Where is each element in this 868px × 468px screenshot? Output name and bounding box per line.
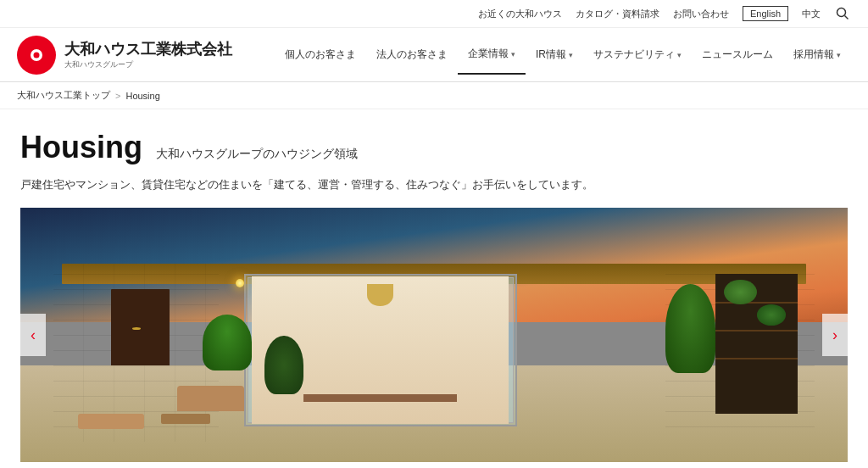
nav-item-company-info[interactable]: 企業情報 ▾: [458, 35, 526, 75]
nav-item-personal[interactable]: 個人のお客さま: [275, 36, 366, 74]
svg-line-1: [845, 16, 849, 20]
page-title: Housing: [20, 130, 142, 165]
nav-item-careers[interactable]: 採用情報 ▾: [783, 36, 851, 74]
page-title-subtitle: 大和ハウスグループのハウジング領域: [156, 147, 358, 162]
breadcrumb-current: Housing: [125, 91, 159, 101]
logo-area[interactable]: 大和ハウス工業株式会社 大和ハウスグループ: [17, 36, 232, 75]
nav-item-ir[interactable]: IR情報 ▾: [526, 36, 583, 74]
catalog-link[interactable]: カタログ・資料請求: [576, 8, 659, 20]
svg-point-4: [34, 52, 40, 58]
contact-link[interactable]: お問い合わせ: [673, 8, 729, 20]
lang-english-button[interactable]: English: [743, 6, 788, 21]
breadcrumb: 大和ハウス工業トップ > Housing: [0, 82, 868, 109]
logo-subtitle: 大和ハウスグループ: [64, 59, 232, 70]
carousel-next-button[interactable]: ›: [822, 314, 848, 356]
breadcrumb-separator: >: [115, 91, 120, 101]
main-navigation: 個人のお客さま 法人のお客さま 企業情報 ▾ IR情報 ▾ サステナビリティ ▾…: [275, 35, 851, 75]
top-utility-bar: お近くの大和ハウス カタログ・資料請求 お問い合わせ English 中文: [0, 0, 868, 28]
logo-text: 大和ハウス工業株式会社 大和ハウスグループ: [64, 39, 232, 70]
page-content: Housing 大和ハウスグループのハウジング領域 戸建住宅やマンション、賃貸住…: [0, 109, 868, 462]
nav-item-corporate-clients[interactable]: 法人のお客さま: [366, 36, 458, 74]
site-header: 大和ハウス工業株式会社 大和ハウスグループ 個人のお客さま 法人のお客さま 企業…: [0, 28, 868, 82]
svg-point-0: [837, 8, 846, 17]
chevron-down-icon: ▾: [511, 50, 515, 58]
nav-item-newsroom[interactable]: ニュースルーム: [692, 36, 783, 74]
page-description: 戸建住宅やマンション、賃貸住宅などの住まいを「建てる、運営・管理する、住みつなぐ…: [20, 177, 848, 192]
nav-item-sustainability[interactable]: サステナビリティ ▾: [583, 36, 692, 74]
nearby-link[interactable]: お近くの大和ハウス: [478, 8, 562, 20]
logo-icon: [17, 36, 56, 75]
company-name: 大和ハウス工業株式会社: [64, 39, 232, 59]
chevron-down-icon: ▾: [837, 51, 841, 59]
search-icon[interactable]: [834, 5, 851, 22]
breadcrumb-home[interactable]: 大和ハウス工業トップ: [17, 89, 110, 102]
lang-chinese-button[interactable]: 中文: [802, 8, 821, 20]
carousel-prev-button[interactable]: ‹: [20, 314, 46, 356]
top-links: お近くの大和ハウス カタログ・資料請求 お問い合わせ English 中文: [478, 5, 851, 22]
chevron-down-icon: ▾: [569, 51, 573, 59]
image-carousel: ‹ ›: [20, 208, 848, 462]
chevron-down-icon: ▾: [677, 51, 682, 59]
page-title-area: Housing 大和ハウスグループのハウジング領域: [20, 130, 848, 165]
